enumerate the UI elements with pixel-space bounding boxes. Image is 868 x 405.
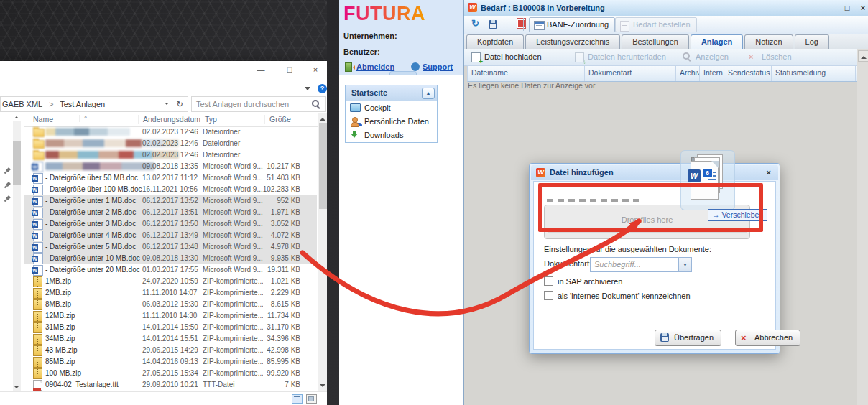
startseite-panel-header[interactable]: Startseite ▲ bbox=[346, 85, 437, 101]
column-header-size[interactable]: Größe bbox=[264, 115, 291, 124]
ribbon-expand-icon[interactable] bbox=[305, 87, 310, 93]
file-row[interactable]: 09.08.2018 13:35Microsoft Word 9...10.21… bbox=[24, 161, 317, 172]
file-row[interactable]: 8MB.zip06.03.2012 15:30ZIP-komprimierte.… bbox=[24, 299, 317, 310]
checkbox-label: in SAP archivieren bbox=[558, 277, 622, 286]
column-header-sendestatus[interactable]: Sendestatus bbox=[724, 66, 772, 81]
scroll-up-icon[interactable] bbox=[858, 50, 868, 62]
file-row[interactable]: 31MB.zip14.01.2014 15:50ZIP-komprimierte… bbox=[24, 322, 317, 333]
file-row[interactable]: 02.02.2023 12:46Dateiordner bbox=[24, 138, 317, 149]
word-icon bbox=[33, 219, 43, 230]
file-row[interactable]: 2MB.zip11.11.2010 14:07ZIP-komprimierte.… bbox=[24, 287, 317, 299]
column-header-archiv[interactable]: Archiv.- bbox=[676, 66, 700, 81]
column-header-dateiname[interactable]: Dateiname bbox=[468, 66, 585, 81]
maximize-icon[interactable]: □ bbox=[279, 65, 300, 74]
explorer-titlebar[interactable]: — □ × bbox=[0, 61, 328, 84]
file-row[interactable]: - Dateigröße unter 10 MB.doc09.08.2018 1… bbox=[24, 253, 317, 264]
content-scrollbar[interactable] bbox=[857, 49, 868, 405]
file-row[interactable]: 43 MB.zip29.06.2015 14:29ZIP-komprimiert… bbox=[24, 345, 317, 356]
save-icon[interactable] bbox=[489, 20, 497, 29]
scroll-up-icon[interactable] bbox=[14, 114, 19, 118]
sidebar-item-pers-nliche-daten[interactable]: Persönliche Daten bbox=[346, 115, 437, 129]
file-row[interactable]: - Dateigröße unter 5 MB.doc06.12.2017 13… bbox=[24, 241, 317, 253]
file-row[interactable]: - Dateigröße unter 20 MB.doc01.03.2017 1… bbox=[24, 264, 317, 276]
bedarf-titlebar[interactable]: W Bedarf : B100008 In Vorbereitung □ × bbox=[464, 0, 868, 17]
sidebar-item-downloads[interactable]: Downloads bbox=[346, 129, 437, 142]
column-header-type[interactable]: Typ bbox=[200, 115, 217, 124]
minimize-icon[interactable]: — bbox=[250, 65, 272, 74]
tab-bestellungen[interactable]: Bestellungen bbox=[622, 34, 689, 49]
file-row[interactable]: - Dateigröße unter 3 MB.doc06.12.2017 13… bbox=[24, 218, 317, 230]
uebertragen-button[interactable]: Übertragen bbox=[655, 330, 721, 346]
file-row[interactable]: 100 MB.zip27.05.2015 15:34ZIP-komprimier… bbox=[24, 368, 317, 379]
tab-kopfdaten[interactable]: Kopfdaten bbox=[466, 34, 524, 49]
bedarf-bestellen-button[interactable]: Bedarf bestellen bbox=[615, 17, 697, 32]
abmelden-link[interactable]: Abmelden bbox=[356, 62, 394, 71]
file-row[interactable]: 0904-02_Testanlage.ttt29.09.2010 10:21TT… bbox=[24, 379, 317, 391]
datei-hochladen-button[interactable]: Datei hochladen bbox=[468, 50, 546, 63]
scroll-down-icon[interactable] bbox=[320, 384, 326, 390]
chevron-down-icon[interactable] bbox=[165, 103, 169, 107]
dokumentart-combobox[interactable]: Suchbegriff... ▼ bbox=[590, 257, 692, 272]
column-header-name[interactable]: Name bbox=[29, 115, 53, 124]
löschen-button[interactable]: ×Löschen bbox=[746, 50, 796, 63]
pin-icon[interactable] bbox=[2, 180, 12, 190]
file-list-scrollbar-thumb[interactable] bbox=[319, 123, 327, 209]
search-icon[interactable] bbox=[312, 100, 319, 107]
sidebar-item-cockpit[interactable]: Cockpit bbox=[346, 101, 437, 115]
banf-zuordnung-button[interactable]: BANF-Zuordnung bbox=[529, 17, 615, 32]
column-header-date[interactable]: Änderungsdatum bbox=[138, 115, 200, 124]
column-header-dokumentart[interactable]: Dokumentart bbox=[585, 66, 676, 81]
column-header-statusmeldung[interactable]: Statusmeldung bbox=[772, 66, 856, 81]
checkbox[interactable] bbox=[544, 276, 553, 286]
nav-scrollbar[interactable] bbox=[13, 121, 21, 392]
file-row[interactable]: 85MB.zip14.04.2016 09:13ZIP-komprimierte… bbox=[24, 356, 317, 368]
refresh-icon[interactable]: ↻ bbox=[177, 97, 183, 111]
file-row[interactable]: - Dateigröße über 50 MB.doc13.02.2017 11… bbox=[24, 172, 317, 184]
scroll-down-icon[interactable] bbox=[14, 386, 19, 391]
file-row[interactable]: - Dateigröße unter 4 MB.doc06.12.2017 13… bbox=[24, 230, 317, 241]
dateien-herunterladen-button[interactable]: Dateien herunterladen bbox=[572, 50, 670, 63]
anzeigen-button[interactable]: Anzeigen bbox=[680, 50, 733, 63]
file-name: 1MB.zip bbox=[45, 276, 153, 287]
file-size: 19.311 KB bbox=[253, 264, 300, 276]
file-row[interactable]: 1MB.zip24.07.2020 10:59ZIP-komprimierte.… bbox=[24, 276, 317, 287]
tab-leistungsverzeichnis[interactable]: Leistungsverzeichnis bbox=[525, 34, 620, 49]
file-row[interactable]: 02.02.2023 12:46Dateiordner bbox=[24, 126, 317, 138]
pin-icon[interactable] bbox=[2, 194, 12, 204]
help-icon[interactable]: ? bbox=[318, 84, 327, 93]
support-link[interactable]: Support bbox=[423, 62, 453, 71]
tab-anlagen[interactable]: Anlagen bbox=[691, 34, 743, 49]
pdf-export-icon[interactable] bbox=[517, 18, 526, 29]
close-icon[interactable]: × bbox=[767, 165, 771, 180]
search-input[interactable]: Test Anlagen durchsuchen bbox=[191, 96, 326, 112]
file-row[interactable]: 34MB.zip14.01.2014 15:51ZIP-komprimierte… bbox=[24, 333, 317, 345]
breadcrumb-part[interactable]: Test Anlagen bbox=[60, 100, 105, 108]
tab-notizen[interactable]: Notizen bbox=[744, 34, 793, 49]
column-header-intern[interactable]: Intern bbox=[700, 66, 724, 81]
form-icon bbox=[534, 21, 545, 30]
tab-log[interactable]: Log bbox=[795, 34, 829, 49]
breadcrumb[interactable]: GAEB XML > Test Anlagen ↻ bbox=[0, 96, 188, 112]
close-icon[interactable]: × bbox=[852, 0, 868, 16]
file-row[interactable]: - Dateigröße unter 2 MB.doc06.12.2017 13… bbox=[24, 207, 317, 218]
close-icon[interactable]: × bbox=[305, 65, 326, 74]
file-row[interactable]: 02.02.2023 12:46Dateiordner bbox=[24, 149, 317, 161]
file-row[interactable]: - Dateigröße über 100 MB.doc16.11.2021 1… bbox=[24, 184, 317, 195]
file-row[interactable]: 12MB.zip11.11.2010 14:30ZIP-komprimierte… bbox=[24, 310, 317, 322]
file-size: 9.935 KB bbox=[253, 253, 300, 264]
panel-collapse-icon[interactable]: ▲ bbox=[422, 88, 435, 99]
checkbox[interactable] bbox=[544, 291, 553, 300]
breadcrumb-part[interactable]: GAEB XML bbox=[2, 100, 42, 108]
scroll-up-icon[interactable] bbox=[320, 115, 326, 121]
file-row[interactable]: - Dateigröße unter 1 MB.doc06.12.2017 13… bbox=[24, 195, 317, 207]
pin-icon[interactable] bbox=[2, 166, 12, 176]
combobox-dropdown-icon[interactable]: ▼ bbox=[678, 258, 691, 271]
dlg-icon bbox=[350, 131, 359, 139]
details-view-icon[interactable] bbox=[292, 394, 303, 404]
abbrechen-button[interactable]: × Abbrechen bbox=[735, 330, 800, 346]
thumbnail-view-icon[interactable] bbox=[306, 394, 317, 404]
dialog-titlebar[interactable]: W Datei hinzufügen × bbox=[531, 165, 778, 180]
refresh-icon[interactable]: ↻ bbox=[471, 19, 479, 29]
file-date: 29.06.2015 14:29 bbox=[142, 345, 203, 356]
nav-scrollbar-thumb[interactable] bbox=[13, 141, 21, 185]
